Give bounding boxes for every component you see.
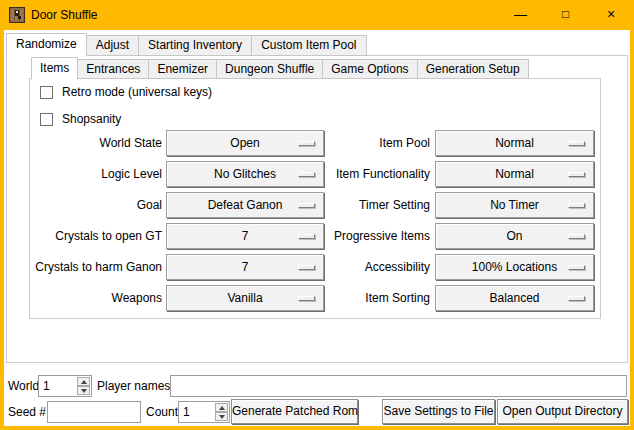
retro-mode-checkbox[interactable]: Retro mode (universal keys) bbox=[40, 84, 212, 100]
crystals-harm-ganon-label: Crystals to harm Ganon bbox=[29, 254, 162, 280]
shopsanity-checkbox[interactable]: Shopsanity bbox=[40, 111, 121, 127]
crystals-open-gt-value: 7 bbox=[242, 229, 249, 243]
spin-up-icon[interactable] bbox=[215, 403, 228, 412]
window-title: Door Shuffle bbox=[31, 0, 98, 30]
item-sorting-label: Item Sorting bbox=[318, 285, 430, 311]
timer-setting-label: Timer Setting bbox=[318, 192, 430, 218]
crystals-open-gt-dropdown[interactable]: 7 bbox=[166, 223, 324, 249]
main-tab-bar: Randomize Adjust Starting Inventory Cust… bbox=[6, 32, 366, 56]
subtab-enemizer[interactable]: Enemizer bbox=[148, 59, 217, 79]
dropdown-indicator-icon bbox=[298, 172, 315, 177]
spin-up-icon[interactable] bbox=[77, 377, 90, 386]
tab-adjust[interactable]: Adjust bbox=[86, 35, 139, 56]
close-icon: × bbox=[607, 6, 615, 22]
item-functionality-dropdown[interactable]: Normal bbox=[435, 161, 594, 187]
count-spin-arrows bbox=[215, 403, 228, 421]
subtab-entrances[interactable]: Entrances bbox=[77, 59, 149, 79]
tab-starting-inventory[interactable]: Starting Inventory bbox=[138, 35, 252, 56]
open-output-directory-button[interactable]: Open Output Directory bbox=[497, 399, 628, 424]
crystals-harm-ganon-value: 7 bbox=[242, 260, 249, 274]
dropdown-indicator-icon bbox=[298, 296, 315, 301]
world-state-label: World State bbox=[29, 130, 162, 156]
goal-label: Goal bbox=[29, 192, 162, 218]
dropdown-indicator-icon bbox=[568, 172, 585, 177]
retro-mode-label: Retro mode (universal keys) bbox=[62, 85, 212, 99]
logic-level-value: No Glitches bbox=[214, 167, 276, 181]
door-icon bbox=[9, 7, 25, 23]
timer-setting-dropdown[interactable]: No Timer bbox=[435, 192, 594, 218]
dropdown-indicator-icon bbox=[298, 203, 315, 208]
player-names-label: Player names bbox=[97, 375, 170, 397]
player-names-input[interactable] bbox=[170, 375, 627, 397]
dropdown-indicator-icon bbox=[568, 265, 585, 270]
worlds-spin-arrows bbox=[77, 377, 90, 395]
dropdown-indicator-icon bbox=[298, 265, 315, 270]
item-functionality-label: Item Functionality bbox=[318, 161, 430, 187]
tab-custom-item-pool[interactable]: Custom Item Pool bbox=[251, 35, 366, 56]
dropdown-indicator-icon bbox=[298, 141, 315, 146]
close-button[interactable]: × bbox=[588, 0, 634, 30]
weapons-label: Weapons bbox=[29, 285, 162, 311]
weapons-value: Vanilla bbox=[227, 291, 262, 305]
dropdown-indicator-icon bbox=[568, 203, 585, 208]
progressive-items-value: On bbox=[506, 229, 522, 243]
titlebar[interactable]: Door Shuffle — □ × bbox=[0, 0, 634, 30]
count-label: Count bbox=[146, 401, 178, 423]
save-settings-button[interactable]: Save Settings to File bbox=[382, 399, 495, 424]
spin-down-icon[interactable] bbox=[215, 412, 228, 421]
dropdown-indicator-icon bbox=[298, 234, 315, 239]
item-sorting-value: Balanced bbox=[489, 291, 539, 305]
item-functionality-value: Normal bbox=[495, 167, 534, 181]
seed-label: Seed # bbox=[8, 401, 46, 423]
item-sorting-dropdown[interactable]: Balanced bbox=[435, 285, 594, 311]
minimize-icon: — bbox=[514, 7, 527, 22]
goal-value: Defeat Ganon bbox=[208, 198, 283, 212]
weapons-dropdown[interactable]: Vanilla bbox=[166, 285, 324, 311]
logic-level-label: Logic Level bbox=[29, 161, 162, 187]
goal-dropdown[interactable]: Defeat Ganon bbox=[166, 192, 324, 218]
item-pool-dropdown[interactable]: Normal bbox=[435, 130, 594, 156]
dropdown-indicator-icon bbox=[568, 234, 585, 239]
minimize-button[interactable]: — bbox=[498, 0, 543, 30]
subtab-generation-setup[interactable]: Generation Setup bbox=[417, 59, 529, 79]
window-door-shuffle: Door Shuffle — □ × Randomize Adjust Star… bbox=[0, 0, 634, 430]
count-spinbox[interactable]: 1 bbox=[178, 401, 230, 423]
progressive-items-dropdown[interactable]: On bbox=[435, 223, 594, 249]
logic-level-dropdown[interactable]: No Glitches bbox=[166, 161, 324, 187]
maximize-icon: □ bbox=[562, 7, 569, 21]
spin-down-icon[interactable] bbox=[77, 386, 90, 395]
subtab-dungeon-shuffle[interactable]: Dungeon Shuffle bbox=[216, 59, 323, 79]
maximize-button[interactable]: □ bbox=[543, 0, 588, 30]
accessibility-dropdown[interactable]: 100% Locations bbox=[435, 254, 594, 280]
generate-patched-rom-button[interactable]: Generate Patched Rom bbox=[231, 399, 358, 424]
item-pool-value: Normal bbox=[495, 136, 534, 150]
progressive-items-label: Progressive Items bbox=[318, 223, 430, 249]
subtab-game-options[interactable]: Game Options bbox=[322, 59, 417, 79]
seed-input[interactable] bbox=[47, 401, 141, 423]
crystals-harm-ganon-dropdown[interactable]: 7 bbox=[166, 254, 324, 280]
worlds-spinbox[interactable]: 1 bbox=[38, 375, 92, 397]
worlds-value: 1 bbox=[43, 376, 50, 396]
count-value: 1 bbox=[183, 402, 190, 422]
dropdown-indicator-icon bbox=[568, 141, 585, 146]
retro-mode-checkbox-box[interactable] bbox=[40, 86, 53, 99]
world-state-value: Open bbox=[230, 136, 259, 150]
world-state-dropdown[interactable]: Open bbox=[166, 130, 324, 156]
accessibility-value: 100% Locations bbox=[472, 260, 557, 274]
crystals-open-gt-label: Crystals to open GT bbox=[29, 223, 162, 249]
shopsanity-checkbox-box[interactable] bbox=[40, 113, 53, 126]
tab-randomize[interactable]: Randomize bbox=[6, 33, 87, 57]
item-pool-label: Item Pool bbox=[318, 130, 430, 156]
timer-setting-value: No Timer bbox=[490, 198, 539, 212]
dropdown-indicator-icon bbox=[568, 296, 585, 301]
sub-tab-bar: Items Entrances Enemizer Dungeon Shuffle… bbox=[31, 56, 528, 79]
shopsanity-label: Shopsanity bbox=[62, 112, 121, 126]
accessibility-label: Accessibility bbox=[318, 254, 430, 280]
subtab-items[interactable]: Items bbox=[31, 57, 78, 80]
